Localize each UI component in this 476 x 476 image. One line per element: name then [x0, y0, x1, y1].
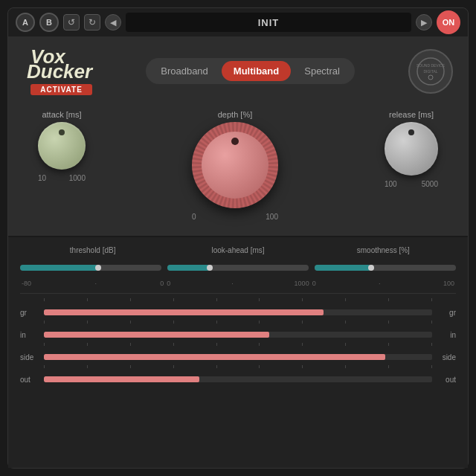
threshold-scale: -80 · 0: [20, 280, 165, 287]
threshold-label: threshold [dB]: [20, 246, 165, 254]
smoothness-scale: 0 · 100: [311, 280, 456, 287]
meter-ticks-mid2: [44, 343, 432, 346]
meter-gr-fill: [44, 309, 324, 315]
tick-1: [44, 298, 45, 301]
meter-gr-row: gr gr: [20, 304, 456, 321]
lookahead-track: [167, 265, 309, 271]
meter-tick-mid3: [20, 365, 456, 371]
meter-out-label-right: out: [435, 376, 456, 384]
tab-spectral[interactable]: Spectral: [292, 61, 352, 81]
undo-icon[interactable]: ↺: [63, 14, 80, 30]
logo: Vox Ducker ACTIVATE: [23, 47, 92, 95]
toolbar: A B ↺ ↻ ◀ INIT ▶ ON: [8, 8, 468, 36]
lookahead-max: 1000: [295, 280, 309, 287]
depth-knob-inner: [202, 132, 268, 199]
lookahead-scale: 0 · 1000: [165, 280, 310, 287]
meter-in-fill: [44, 332, 269, 338]
depth-knob[interactable]: [192, 122, 278, 208]
depth-max: 100: [266, 213, 278, 221]
depth-scale: 0 100: [192, 213, 278, 221]
smoothness-slider[interactable]: [315, 260, 456, 275]
btn-b[interactable]: B: [39, 13, 59, 32]
tab-multiband[interactable]: Multiband: [222, 61, 291, 81]
activate-button[interactable]: ACTIVATE: [30, 84, 92, 95]
bottom-panel: threshold [dB] look-ahead [ms] smoothnes…: [8, 237, 468, 468]
smoothness-fill: [315, 265, 371, 271]
header-row: Vox Ducker ACTIVATE Broadband Multiband …: [23, 47, 453, 95]
lookahead-label: look-ahead [ms]: [165, 246, 310, 254]
attack-min: 10: [38, 174, 46, 182]
slider-row: [20, 260, 456, 275]
tick-2: [87, 298, 88, 301]
main-area: Vox Ducker ACTIVATE Broadband Multiband …: [8, 36, 468, 468]
meter-ticks-mid1: [44, 321, 432, 324]
meter-side-fill: [44, 354, 385, 360]
tick-4: [173, 298, 174, 301]
lookahead-min: 0: [167, 280, 170, 287]
sliders-section: threshold [dB] look-ahead [ms] smoothnes…: [20, 246, 456, 287]
meter-in-label-left: in: [20, 331, 41, 339]
threshold-thumb[interactable]: [95, 265, 101, 271]
meters-section: gr gr: [20, 293, 456, 387]
redo-icon[interactable]: ↻: [84, 14, 100, 30]
sliders-labels: threshold [dB] look-ahead [ms] smoothnes…: [20, 246, 456, 254]
knobs-row: attack [ms] 10 1000 depth [%] 0 100: [23, 104, 453, 224]
meter-in-label-right: in: [435, 331, 456, 339]
meter-side-row: side side: [20, 349, 456, 365]
meter-gr-label-right: gr: [435, 309, 456, 317]
attack-knob[interactable]: [38, 122, 86, 170]
release-knob[interactable]: [385, 122, 438, 176]
meter-gr-label-left: gr: [20, 309, 41, 317]
release-max: 5000: [422, 180, 438, 188]
smoothness-min: 0: [312, 280, 316, 287]
tick-7: [302, 298, 303, 301]
logo-ducker: Ducker: [27, 62, 92, 81]
tick-3: [130, 298, 131, 301]
release-min: 100: [385, 180, 397, 188]
threshold-slider[interactable]: [20, 260, 161, 275]
depth-knob-group: depth [%] 0 100: [192, 110, 278, 221]
lookahead-slider[interactable]: [167, 260, 309, 275]
smoothness-label: smoothness [%]: [311, 246, 456, 254]
tick-9: [388, 298, 389, 301]
lookahead-dot: ·: [231, 280, 234, 287]
tick-6: [259, 298, 260, 301]
tab-broadband[interactable]: Broadband: [149, 61, 220, 81]
top-panel: Vox Ducker ACTIVATE Broadband Multiband …: [8, 36, 468, 237]
threshold-fill: [20, 265, 98, 271]
depth-label: depth [%]: [218, 110, 252, 119]
svg-text:DIGITAL: DIGITAL: [423, 69, 437, 74]
smoothness-track: [315, 265, 456, 271]
smoothness-thumb[interactable]: [368, 265, 374, 271]
release-label: release [ms]: [389, 110, 434, 119]
svg-point-3: [428, 75, 433, 80]
release-scale: 100 5000: [385, 180, 438, 188]
tick-10: [431, 298, 432, 301]
btn-a[interactable]: A: [16, 13, 35, 32]
prev-preset-btn[interactable]: ◀: [105, 14, 121, 30]
scale-row: -80 · 0 0 · 1000 0 · 100: [20, 280, 456, 287]
next-preset-btn[interactable]: ▶: [416, 14, 432, 30]
on-off-button[interactable]: ON: [437, 10, 460, 34]
threshold-max: 0: [160, 280, 164, 287]
meter-ticks-mid3: [44, 365, 432, 368]
meter-out-fill: [44, 376, 199, 382]
meter-tick-top: [20, 298, 456, 304]
attack-label: attack [ms]: [42, 110, 81, 119]
meter-gr-bar: [44, 309, 432, 315]
meter-tick-mid1: [20, 321, 456, 327]
release-knob-group: release [ms] 100 5000: [385, 110, 438, 188]
meter-tick-mid2: [20, 343, 456, 349]
meter-out-bar: [44, 376, 432, 382]
lookahead-fill: [167, 265, 210, 271]
threshold-track: [20, 265, 161, 271]
attack-scale: 10 1000: [38, 174, 86, 182]
lookahead-thumb[interactable]: [207, 265, 213, 271]
meter-side-label-right: side: [435, 353, 456, 361]
brand-logo: SOUND DEVICE DIGITAL: [408, 49, 453, 94]
mode-tabs: Broadband Multiband Spectral: [146, 58, 355, 84]
attack-knob-group: attack [ms] 10 1000: [38, 110, 86, 182]
threshold-min: -80: [22, 280, 31, 287]
tick-8: [345, 298, 346, 301]
smoothness-dot: ·: [379, 280, 381, 287]
